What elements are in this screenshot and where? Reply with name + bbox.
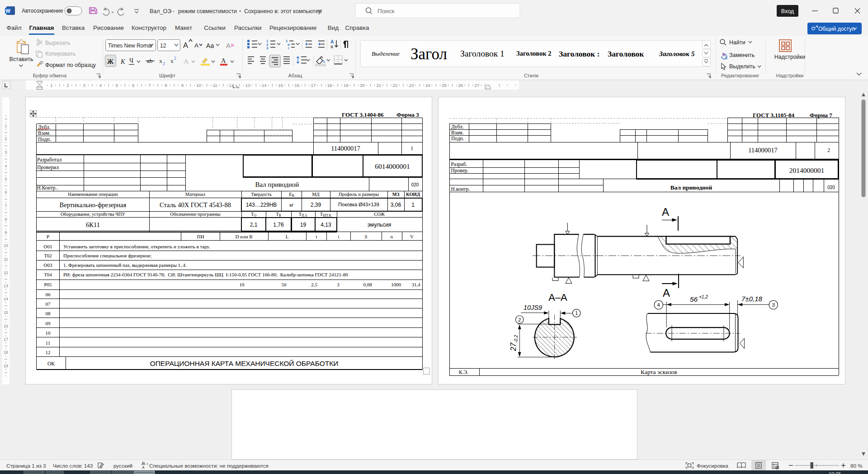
- svg-text:4: 4: [657, 302, 660, 308]
- svg-text:18: 18: [327, 83, 332, 88]
- svg-text:+1,2: +1,2: [699, 294, 708, 299]
- svg-text:4: 4: [5, 164, 7, 168]
- svg-text:15: 15: [278, 83, 283, 88]
- svg-text:31,4: 31,4: [411, 282, 420, 287]
- svg-text:27: 27: [475, 83, 480, 88]
- svg-text:Число слов: 143: Число слов: 143: [53, 463, 93, 469]
- svg-text:2: 2: [66, 83, 69, 88]
- svg-text:Стили: Стили: [524, 73, 538, 78]
- svg-text:Р: Р: [47, 234, 49, 239]
- svg-text:Вход: Вход: [781, 8, 794, 14]
- svg-text:6: 6: [5, 190, 7, 194]
- svg-text:24: 24: [425, 83, 430, 88]
- svg-text:Общий доступ: Общий доступ: [818, 26, 855, 32]
- svg-text:Заголовок :: Заголовок :: [559, 49, 600, 58]
- svg-text:А: А: [221, 57, 226, 64]
- svg-text:Сохранено в: этот компьютер: Сохранено в: этот компьютер: [244, 8, 321, 14]
- svg-text:Карта эскизов: Карта эскизов: [641, 369, 677, 375]
- svg-text:3: 3: [337, 282, 340, 287]
- svg-text:2: 2: [518, 317, 521, 322]
- svg-text:5: 5: [116, 83, 118, 88]
- svg-text:07: 07: [46, 301, 51, 307]
- svg-text:А: А: [184, 57, 189, 65]
- svg-text:020: 020: [827, 185, 835, 190]
- svg-text:5: 5: [5, 177, 7, 181]
- svg-text:Материал: Материал: [185, 192, 205, 197]
- svg-text:22: 22: [393, 83, 398, 88]
- svg-text:12: 12: [160, 43, 166, 49]
- svg-text:09: 09: [46, 321, 51, 326]
- svg-text:7: 7: [148, 83, 151, 88]
- svg-text:-0,2: -0,2: [514, 335, 519, 343]
- svg-text:я: я: [330, 44, 333, 49]
- svg-text:10: 10: [240, 282, 245, 287]
- svg-text:Вставить: Вставить: [9, 56, 33, 62]
- svg-text:Форма 3: Форма 3: [396, 111, 419, 118]
- svg-text:7: 7: [5, 204, 7, 208]
- svg-text:Наименование операции: Наименование операции: [68, 192, 118, 197]
- svg-text:3,06: 3,06: [391, 202, 401, 208]
- svg-text:1: 1: [5, 123, 7, 128]
- svg-text:Выделение: Выделение: [372, 50, 400, 57]
- svg-text:114000017: 114000017: [748, 147, 778, 154]
- svg-text:16: 16: [294, 83, 299, 88]
- svg-text:ОПЕРАЦИОННАЯ КАРТА МЕХАНИЧЕСКО: ОПЕРАЦИОННАЯ КАРТА МЕХАНИЧЕСКОЙ ОБРАБОТК…: [150, 360, 339, 367]
- svg-text:4: 4: [99, 83, 102, 88]
- svg-text:10:25: 10:25: [829, 471, 841, 474]
- svg-text:Подп.: Подп.: [451, 136, 464, 142]
- svg-text:Провер.: Провер.: [451, 168, 469, 174]
- svg-text:0,08: 0,08: [363, 282, 372, 287]
- svg-text:114000017: 114000017: [331, 145, 360, 152]
- svg-text:V: V: [410, 234, 414, 239]
- svg-text:К.Э.: К.Э.: [459, 370, 468, 375]
- svg-text:13: 13: [4, 284, 8, 288]
- svg-text:Оборудование, устройства ЧПУ: Оборудование, устройства ЧПУ: [61, 212, 126, 217]
- svg-text:12: 12: [4, 270, 8, 275]
- svg-text:13: 13: [245, 83, 250, 88]
- svg-text:Ч: Ч: [129, 57, 133, 64]
- svg-text:ГОСТ 3.1404-86: ГОСТ 3.1404-86: [342, 111, 384, 118]
- svg-text:1: 1: [410, 146, 413, 151]
- svg-text:Обозначение программы: Обозначение программы: [170, 212, 220, 217]
- svg-text:10JS9: 10JS9: [524, 304, 542, 311]
- svg-text:1: 1: [575, 310, 578, 316]
- svg-text:25: 25: [442, 83, 447, 88]
- svg-text:7±0,18: 7±0,18: [741, 295, 762, 303]
- svg-text:3: 3: [5, 150, 7, 155]
- svg-text:Загол: Загол: [410, 45, 447, 63]
- svg-text:020: 020: [411, 182, 419, 187]
- svg-text:МЗ: МЗ: [392, 192, 400, 197]
- svg-text:Специальные возможности: не по: Специальные возможности: не поддерживают…: [149, 463, 269, 469]
- svg-text:Times New Romar: Times New Romar: [108, 43, 153, 49]
- svg-text:СОЖ: СОЖ: [374, 212, 385, 217]
- svg-text:D или В: D или В: [236, 234, 253, 239]
- svg-text:ЕВ: ЕВ: [289, 192, 294, 198]
- svg-text:Аа: Аа: [206, 42, 214, 49]
- svg-text:i: i: [288, 46, 289, 50]
- svg-text:Т02: Т02: [44, 253, 52, 258]
- svg-text:8: 8: [5, 217, 7, 222]
- svg-text:Дубл.: Дубл.: [451, 124, 464, 130]
- svg-text:Шрифт: Шрифт: [159, 73, 175, 78]
- svg-text:?: ?: [146, 462, 148, 466]
- svg-text:17: 17: [4, 337, 8, 341]
- svg-text:2: 2: [5, 137, 7, 141]
- svg-text:Автосохранение: Автосохранение: [22, 8, 63, 14]
- svg-text:А–А: А–А: [548, 292, 567, 303]
- svg-text:Копировать: Копировать: [45, 51, 75, 57]
- svg-text:Заголовок 5: Заголовок 5: [659, 50, 695, 57]
- svg-text:Буфер обмена: Буфер обмена: [33, 73, 67, 78]
- svg-text:О03: О03: [44, 262, 52, 268]
- svg-text:РИ: фреза шпоночная 2234-0364: РИ: фреза шпоночная 2234-0364 ГОСТ 9140-…: [63, 272, 348, 277]
- svg-text:2,1: 2,1: [250, 222, 258, 228]
- svg-text:11: 11: [213, 83, 217, 88]
- svg-text:Т04: Т04: [44, 272, 52, 277]
- svg-text:2: 2: [827, 147, 830, 153]
- svg-text:11: 11: [46, 340, 51, 346]
- svg-text:2014000001: 2014000001: [789, 166, 825, 174]
- svg-text:t: t: [316, 234, 317, 239]
- svg-text:16: 16: [4, 324, 8, 328]
- svg-text:2: 2: [174, 56, 176, 61]
- svg-text:Заголовок 1: Заголовок 1: [460, 49, 505, 58]
- svg-text:x: x: [170, 57, 174, 64]
